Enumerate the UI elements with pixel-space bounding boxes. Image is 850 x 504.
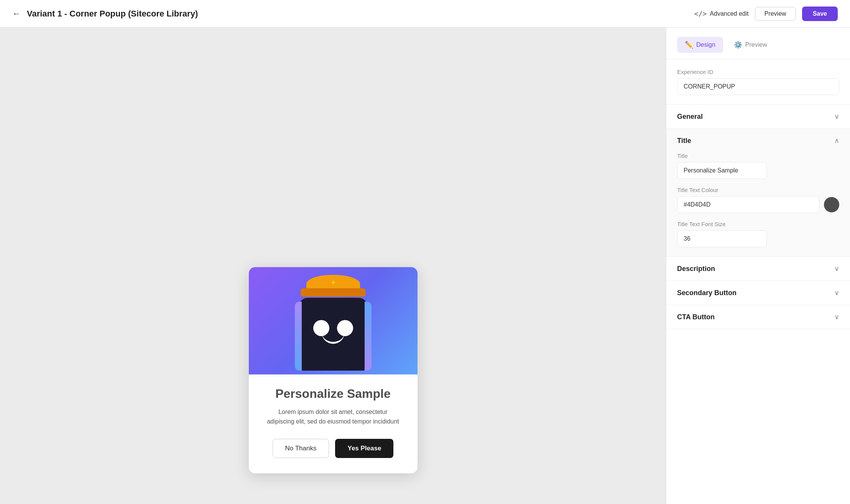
chevron-down-icon-desc: ∨ (834, 264, 839, 273)
title-color-label: Title Text Colour (677, 187, 839, 193)
chevron-up-icon: ∧ (834, 136, 839, 145)
popup-primary-button[interactable]: Yes Please (335, 439, 393, 458)
title-accordion-content: Title Title Text Colour Title Text Font … (666, 153, 850, 257)
cta-button-accordion[interactable]: CTA Button ∨ (666, 305, 850, 329)
tab-preview[interactable]: ⚙️ Preview (726, 37, 775, 53)
experience-id-label: Experience ID (677, 69, 839, 75)
char-hat-star: ✦ (330, 278, 337, 288)
topbar-left: ← Variant 1 - Corner Popup (Sitecore Lib… (12, 9, 198, 19)
title-font-size-field-group: Title Text Font Size (677, 221, 839, 247)
character: ✦ (291, 271, 375, 371)
title-accordion-header[interactable]: Title ∧ (666, 129, 850, 153)
popup-buttons: No Thanks Yes Please (264, 439, 402, 458)
title-color-input[interactable] (677, 196, 819, 213)
advanced-edit-button[interactable]: </> Advanced edit (694, 10, 749, 18)
tab-design[interactable]: ✏️ Design (677, 37, 723, 53)
code-icon: </> (694, 10, 707, 18)
title-color-input-row (677, 196, 839, 213)
title-font-size-label: Title Text Font Size (677, 221, 839, 227)
chevron-down-icon-sec: ∨ (834, 289, 839, 297)
popup-secondary-button[interactable]: No Thanks (273, 439, 329, 458)
popup-card: ✦ Personalize Sample Lorem ipsum dolor s… (249, 267, 418, 473)
title-font-size-input[interactable] (677, 230, 767, 247)
title-color-field-group: Title Text Colour (677, 187, 839, 213)
secondary-button-accordion[interactable]: Secondary Button ∨ (666, 281, 850, 305)
topbar-right: </> Advanced edit Preview Save (694, 7, 838, 21)
panel-tabs: ✏️ Design ⚙️ Preview (666, 28, 850, 59)
title-color-swatch[interactable] (824, 197, 839, 212)
title-field-group: Title (677, 153, 839, 179)
save-button[interactable]: Save (802, 7, 838, 21)
canvas-area: ✦ Personalize Sample Lorem ipsum dolor s… (0, 28, 666, 504)
experience-id-section: Experience ID (666, 59, 850, 105)
page-title: Variant 1 - Corner Popup (Sitecore Libra… (27, 9, 198, 19)
design-tab-icon: ✏️ (685, 41, 693, 49)
preview-button[interactable]: Preview (755, 7, 796, 21)
popup-image: ✦ (249, 267, 418, 374)
topbar: ← Variant 1 - Corner Popup (Sitecore Lib… (0, 0, 850, 28)
char-smile (322, 332, 345, 344)
popup-description: Lorem ipsum dolor sit amet, consectetur … (264, 407, 402, 427)
experience-id-input[interactable] (677, 78, 839, 95)
main-layout: ✦ Personalize Sample Lorem ipsum dolor s… (0, 28, 850, 504)
title-input[interactable] (677, 162, 767, 179)
popup-title: Personalize Sample (264, 387, 402, 401)
description-accordion[interactable]: Description ∨ (666, 257, 850, 281)
chevron-down-icon-cta: ∨ (834, 313, 839, 321)
general-accordion[interactable]: General ∨ (666, 105, 850, 129)
char-hat-brim (301, 288, 366, 297)
title-field-label: Title (677, 153, 839, 159)
preview-tab-icon: ⚙️ (734, 41, 742, 49)
popup-content: Personalize Sample Lorem ipsum dolor sit… (249, 374, 418, 473)
back-button[interactable]: ← (12, 9, 21, 19)
right-panel: ✏️ Design ⚙️ Preview Experience ID Gener… (666, 28, 850, 504)
char-body-left (295, 302, 302, 371)
chevron-down-icon: ∨ (834, 112, 839, 121)
back-icon: ← (12, 9, 21, 19)
char-body-right (365, 302, 372, 371)
char-body (299, 298, 368, 371)
